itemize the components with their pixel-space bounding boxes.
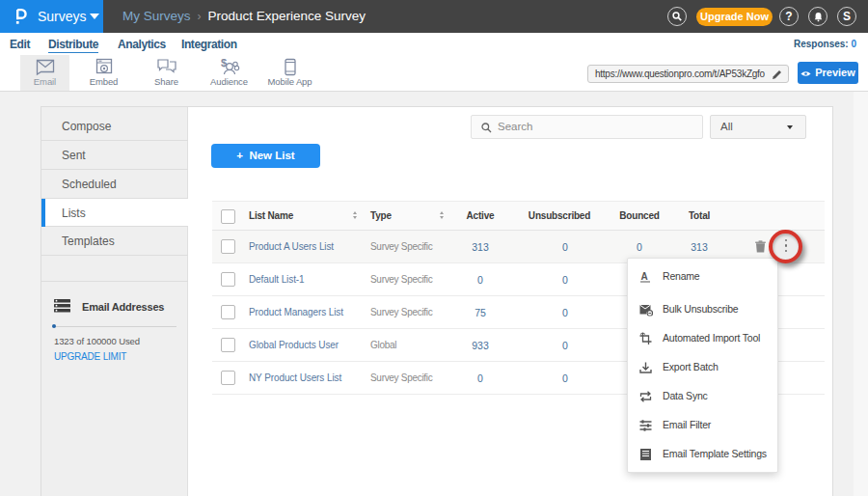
svg-text:A: A bbox=[641, 271, 648, 282]
